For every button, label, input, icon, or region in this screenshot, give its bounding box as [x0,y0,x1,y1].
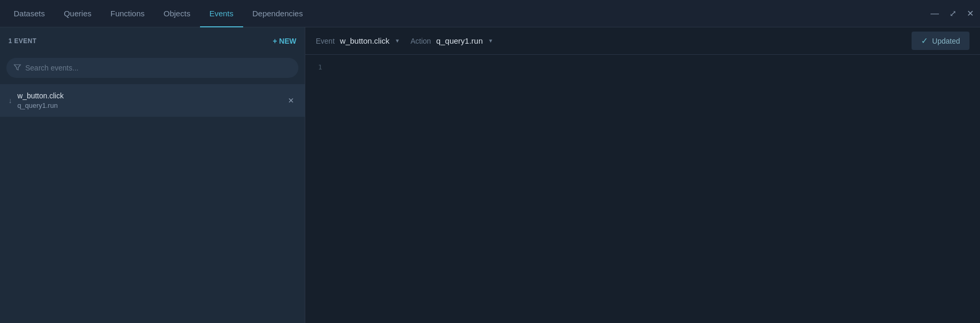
expand-arrow-icon: ↓ [8,96,12,105]
tab-dependencies[interactable]: Dependencies [243,0,313,27]
search-input[interactable] [25,64,291,72]
tab-objects[interactable]: Objects [154,0,200,27]
filter-icon [14,64,21,73]
tab-queries[interactable]: Queries [54,0,101,27]
remove-event-button[interactable]: ✕ [286,94,296,107]
minimize-button[interactable]: — [928,7,941,21]
code-editor[interactable] [331,59,980,319]
event-field-value: w_button.click [340,36,389,45]
event-item-content: w_button.click q_query1.run [17,92,286,109]
event-field: Event w_button.click ▼ [316,36,400,45]
event-action-label: q_query1.run [17,102,286,109]
event-dropdown-icon[interactable]: ▼ [395,38,400,44]
line-numbers: 1 [305,59,331,319]
tab-events[interactable]: Events [200,0,243,27]
main-content: 1 EVENT + NEW ↓ w_button.click q_query1.… [0,27,980,323]
action-dropdown-icon[interactable]: ▼ [488,38,493,44]
maximize-button[interactable]: ⤢ [947,6,958,21]
action-field-label: Action [411,37,431,45]
event-count-label: 1 EVENT [8,37,37,45]
search-container [0,55,305,84]
updated-button[interactable]: ✓ Updated [912,32,969,50]
tab-datasets[interactable]: Datasets [4,0,54,27]
event-list: ↓ w_button.click q_query1.run ✕ [0,84,305,323]
action-field: Action q_query1.run ▼ [411,36,493,45]
list-item[interactable]: ↓ w_button.click q_query1.run ✕ [0,84,305,117]
top-navigation: Datasets Queries Functions Objects Event… [0,0,980,27]
checkmark-icon: ✓ [921,36,928,46]
search-box [6,58,298,78]
event-trigger-label: w_button.click [17,92,286,100]
right-panel: Event w_button.click ▼ Action q_query1.r… [305,27,980,323]
close-button[interactable]: ✕ [965,6,976,21]
new-event-button[interactable]: + NEW [273,37,296,45]
left-panel-header: 1 EVENT + NEW [0,27,305,55]
event-field-label: Event [316,37,335,45]
right-panel-header: Event w_button.click ▼ Action q_query1.r… [305,27,980,55]
tab-functions[interactable]: Functions [101,0,154,27]
left-panel: 1 EVENT + NEW ↓ w_button.click q_query1.… [0,27,305,323]
updated-label: Updated [932,37,960,45]
action-field-value: q_query1.run [436,36,483,45]
code-area: 1 [305,55,980,323]
window-controls: — ⤢ ✕ [928,6,976,21]
line-number: 1 [309,63,322,71]
